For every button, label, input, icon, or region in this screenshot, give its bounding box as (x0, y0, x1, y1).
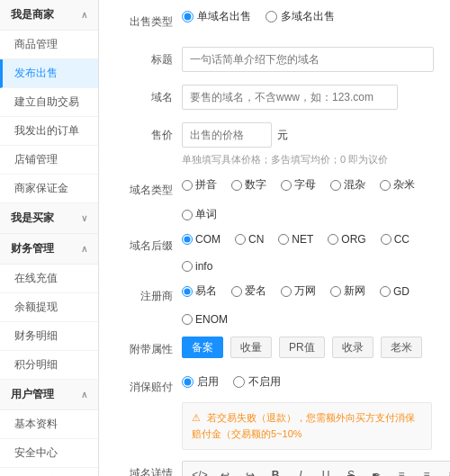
sidebar-item-recharge[interactable]: 在线充值 (0, 265, 98, 293)
domain-type-radio-4[interactable] (380, 180, 391, 191)
attach-btn-4[interactable]: 老米 (381, 337, 422, 358)
sidebar-section-finance: 财务管理 ∧ 在线充值 余额提现 财务明细 积分明细 (0, 234, 98, 380)
sidebar-item-publish-sell[interactable]: 发布出售 (0, 59, 98, 88)
suffix-radio-5[interactable] (182, 261, 193, 272)
sale-type-single-radio[interactable] (182, 11, 194, 22)
registrar-row: 注册商 易名 爱名 万网 (117, 283, 432, 326)
sidebar-header-buyer[interactable]: 我是买家 ∨ (0, 203, 98, 234)
editor-btn-italic[interactable]: I (291, 465, 310, 476)
sidebar-item-goods-manage[interactable]: 商品管理 (0, 31, 98, 59)
domain-type-radio-5[interactable] (182, 210, 193, 220)
registrar-wannet[interactable]: 万网 (281, 283, 316, 299)
editor-btn-pen[interactable]: ✒ (366, 465, 386, 476)
attach-row: 附带属性 备案 收量 PR值 收录 老米 (117, 337, 432, 364)
registrar-radio-2[interactable] (281, 286, 292, 297)
suffix-cn[interactable]: CN (235, 233, 264, 246)
escrow-disabled-option[interactable]: 不启用 (233, 374, 281, 390)
domain-type-letter[interactable]: 字母 (281, 177, 316, 193)
registrar-label-0: 易名 (195, 283, 217, 299)
detail-content: </> ↩ ↪ B I U S ✒ ≡ ≡ ≡ ⤢ (182, 461, 450, 476)
registrar-aiming[interactable]: 爱名 (231, 283, 266, 299)
domain-type-radio-3[interactable] (330, 180, 341, 191)
attach-btn-2[interactable]: PR值 (279, 337, 325, 358)
sidebar-item-points-detail[interactable]: 积分明细 (0, 351, 98, 380)
warning-icon: ⚠ (192, 412, 201, 423)
registrar-label-2: 万网 (294, 283, 316, 299)
registrar-label-1: 爱名 (245, 283, 266, 299)
domain-type-label-0: 拼音 (195, 177, 217, 193)
suffix-net[interactable]: NET (278, 233, 313, 246)
sidebar-item-withdraw[interactable]: 余额提现 (0, 293, 98, 322)
domain-type-word[interactable]: 单词 (182, 207, 217, 222)
suffix-radio-2[interactable] (278, 234, 289, 245)
domain-type-pinyin[interactable]: 拼音 (182, 177, 217, 193)
suffix-label-2: NET (292, 233, 313, 246)
price-input[interactable] (182, 122, 272, 148)
suffix-com[interactable]: COM (182, 233, 220, 246)
registrar-xin[interactable]: 新网 (330, 283, 365, 299)
escrow-enabled-option[interactable]: 启用 (182, 374, 219, 390)
domain-type-radio-1[interactable] (231, 180, 242, 191)
editor-btn-redo[interactable]: ↪ (240, 465, 260, 476)
domain-type-mixed[interactable]: 混杂 (330, 177, 365, 193)
editor-btn-align-left[interactable]: ≡ (392, 465, 411, 476)
escrow-disabled-radio[interactable] (233, 376, 245, 388)
editor-btn-align-center[interactable]: ≡ (417, 465, 436, 476)
sale-type-single[interactable]: 单域名出售 (182, 9, 251, 24)
escrow-enabled-radio[interactable] (182, 376, 194, 388)
sidebar-item-certification[interactable]: 认证中心 (0, 468, 98, 476)
sale-type-multi[interactable]: 多域名出售 (266, 9, 335, 24)
editor-btn-strike[interactable]: S (341, 465, 361, 476)
editor-toolbar: </> ↩ ↪ B I U S ✒ ≡ ≡ ≡ ⤢ (182, 461, 450, 476)
domain-label: 域名 (117, 85, 182, 105)
suffix-info[interactable]: info (182, 260, 212, 273)
sidebar-header-user[interactable]: 用户管理 ∧ (0, 380, 98, 410)
registrar-label: 注册商 (117, 283, 182, 304)
domain-type-zami[interactable]: 杂米 (380, 177, 415, 193)
editor-btn-undo[interactable]: ↩ (215, 465, 235, 476)
sidebar-header-finance[interactable]: 财务管理 ∧ (0, 234, 98, 265)
registrar-radio-0[interactable] (182, 286, 193, 297)
domain-type-number[interactable]: 数字 (231, 177, 266, 193)
sidebar-item-merchant-deposit[interactable]: 商家保证金 (0, 175, 98, 203)
suffix-radio-4[interactable] (381, 234, 392, 245)
registrar-gd[interactable]: GD (380, 285, 410, 298)
editor-btn-align-right[interactable]: ≡ (442, 465, 450, 476)
attach-btn-1[interactable]: 收量 (230, 337, 272, 358)
suffix-radio-0[interactable] (182, 234, 193, 245)
escrow-row: 消保赔付 启用 不启用 ⚠ 若交易失败（退款），您需额外向买方支付消保赔付金（交… (117, 374, 432, 450)
domain-type-row: 域名类型 拼音 数字 字母 (117, 177, 432, 222)
sidebar-item-security[interactable]: 安全中心 (0, 439, 98, 468)
sidebar-item-self-trade[interactable]: 建立自助交易 (0, 88, 98, 117)
escrow-label: 消保赔付 (117, 374, 182, 395)
sidebar-item-my-orders[interactable]: 我发出的订单 (0, 117, 98, 146)
registrar-radio-4[interactable] (380, 286, 391, 297)
suffix-org[interactable]: ORG (328, 233, 365, 246)
sidebar-item-profile[interactable]: 基本资料 (0, 410, 98, 439)
suffix-radio-1[interactable] (235, 234, 246, 245)
registrar-radio-3[interactable] (330, 286, 341, 297)
domain-type-radio-2[interactable] (281, 180, 292, 191)
registrar-radio-5[interactable] (182, 314, 193, 325)
attach-btn-0[interactable]: 备案 (182, 337, 223, 358)
suffix-label-5: info (195, 260, 212, 273)
editor-btn-underline[interactable]: U (316, 465, 336, 476)
registrar-radio-1[interactable] (231, 286, 242, 297)
sale-type-multi-radio[interactable] (266, 11, 277, 22)
editor-btn-bold[interactable]: B (266, 465, 285, 476)
sidebar-section-user: 用户管理 ∧ 基本资料 安全中心 认证中心 我的收藏 消息记录 (0, 380, 98, 476)
suffix-radio-3[interactable] (328, 234, 338, 245)
sidebar-item-finance-detail[interactable]: 财务明细 (0, 322, 98, 351)
domain-input[interactable] (182, 85, 398, 110)
sidebar-header-merchant[interactable]: 我是商家 ∧ (0, 0, 98, 31)
suffix-cc[interactable]: CC (381, 233, 410, 246)
registrar-yiming[interactable]: 易名 (182, 283, 217, 299)
editor-btn-code[interactable]: </> (190, 465, 210, 476)
chevron-up-icon-user: ∧ (81, 390, 87, 400)
sidebar-header-merchant-label: 我是商家 (11, 7, 54, 22)
domain-type-radio-0[interactable] (182, 180, 193, 191)
sidebar-item-shop-manage[interactable]: 店铺管理 (0, 146, 98, 175)
title-input[interactable] (182, 47, 434, 72)
registrar-enom[interactable]: ENOM (182, 313, 228, 326)
attach-btn-3[interactable]: 收录 (332, 337, 374, 358)
